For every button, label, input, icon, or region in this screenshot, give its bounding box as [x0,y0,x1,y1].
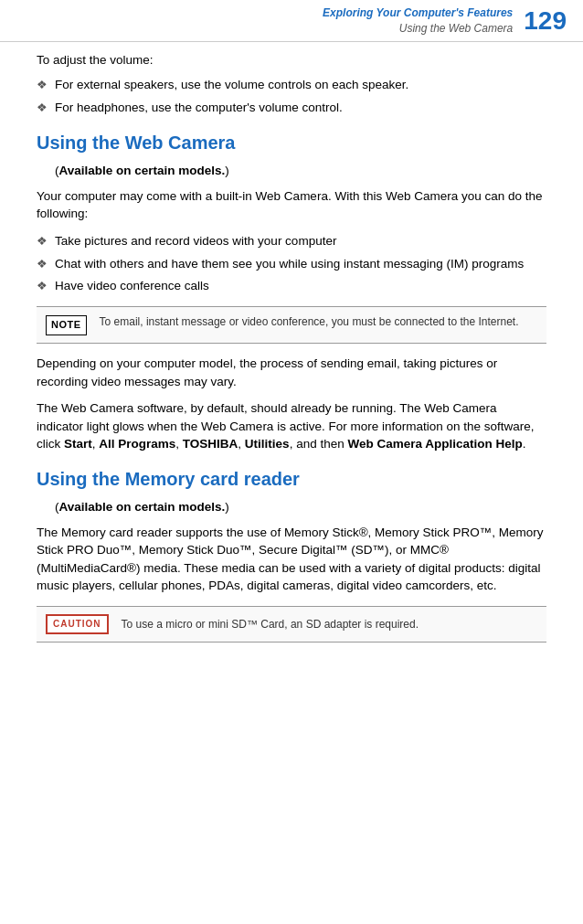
header-subtitle: Using the Web Camera [399,21,514,37]
bullet-text: Have video conference calls [55,277,209,295]
web-camera-para1: Depending on your computer model, the pr… [37,355,546,390]
caution-text: To use a micro or mini SD™ Card, an SD a… [122,617,419,632]
note-box: NOTE To email, instant message or video … [37,306,546,344]
diamond-icon: ❖ [37,233,48,250]
main-content: To adjust the volume: ❖ For external spe… [0,51,583,673]
bullet-text: For external speakers, use the volume co… [55,76,408,94]
header-titles: Exploring Your Computer's Features Using… [16,5,513,37]
bullet-text: Take pictures and record videos with you… [55,232,336,250]
bullet-text: For headphones, use the computer's volum… [55,99,343,117]
para2-end: . [523,437,526,451]
available-bold: Available on certain models. [59,500,226,514]
list-item: ❖ For headphones, use the computer's vol… [37,99,546,117]
caution-label: CAUTION [46,614,109,635]
diamond-icon: ❖ [37,256,48,273]
diamond-icon: ❖ [37,278,48,295]
para2-bold2: All Programs [99,437,175,451]
list-item: ❖ Chat with others and have them see you… [37,255,546,273]
memory-card-description: The Memory card reader supports the use … [37,524,546,595]
available-bold: Available on certain models. [59,164,226,177]
web-camera-available: (Available on certain models.) [37,162,546,180]
para2-bold5: Web Camera Application Help [347,437,522,451]
web-camera-heading: Using the Web Camera [37,130,546,156]
bullet-text: Chat with others and have them see you w… [55,255,524,273]
para2-bold3: TOSHIBA [183,437,238,451]
para2-bold4: Utilities [245,437,290,451]
note-label: NOTE [46,315,87,335]
note-text: To email, instant message or video confe… [100,314,519,330]
adjust-volume-intro: To adjust the volume: [37,51,546,69]
web-camera-para2: The Web Camera software, by default, sho… [37,399,546,453]
caution-box: CAUTION To use a micro or mini SD™ Card,… [37,606,546,643]
list-item: ❖ Take pictures and record videos with y… [37,232,546,250]
para2-comma2: , [175,437,183,451]
list-item: ❖ Have video conference calls [37,277,546,295]
diamond-icon: ❖ [37,77,48,94]
para2-comma3: , [238,437,245,451]
header-title: Exploring Your Computer's Features [323,5,513,21]
page-header: Exploring Your Computer's Features Using… [0,0,583,42]
diamond-icon: ❖ [37,100,48,117]
volume-bullet-list: ❖ For external speakers, use the volume … [37,76,546,117]
para2-mid: , and then [290,437,348,451]
page-number: 129 [524,8,567,34]
para2-bold1: Start [64,437,92,451]
web-camera-bullet-list: ❖ Take pictures and record videos with y… [37,232,546,296]
web-camera-description: Your computer may come with a built-in W… [37,187,546,223]
list-item: ❖ For external speakers, use the volume … [37,76,546,94]
memory-card-available: (Available on certain models.) [37,498,546,516]
memory-card-heading: Using the Memory card reader [37,466,546,493]
